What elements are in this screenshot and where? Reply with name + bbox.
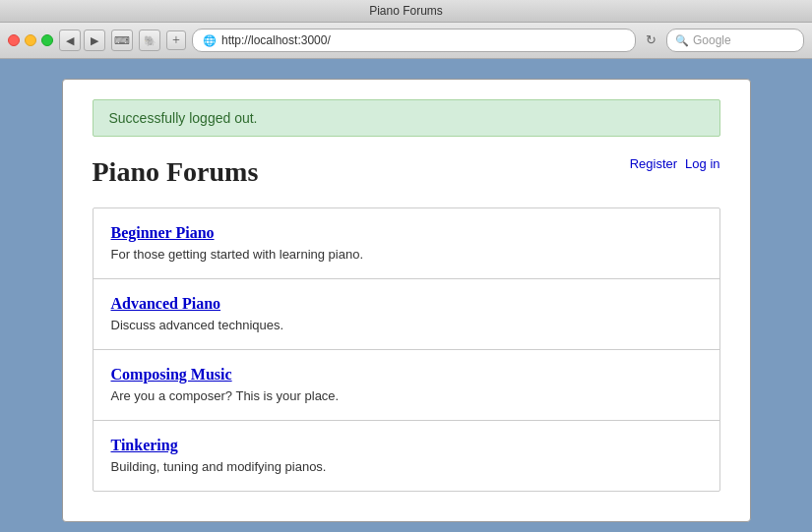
- add-tab-button[interactable]: +: [166, 30, 186, 50]
- forum-desc-tinkering: Building, tuning and modifying pianos.: [111, 459, 327, 474]
- url-icon: 🌐: [203, 34, 217, 47]
- auth-links: Register Log in: [630, 156, 720, 171]
- nav-buttons: ◀ ▶: [59, 30, 105, 51]
- forums-list: Beginner PianoFor those getting started …: [93, 207, 720, 492]
- search-icon: 🔍: [675, 34, 689, 47]
- list-item: TinkeringBuilding, tuning and modifying …: [94, 421, 719, 491]
- forum-desc-advanced-piano: Discuss advanced techniques.: [111, 318, 284, 332]
- url-bar[interactable]: 🌐 http://localhost:3000/: [192, 29, 636, 52]
- forum-link-beginner-piano[interactable]: Beginner Piano: [111, 224, 702, 242]
- forum-link-tinkering[interactable]: Tinkering: [111, 437, 702, 454]
- maximize-button[interactable]: [41, 34, 53, 46]
- list-item: Composing MusicAre you a composer? This …: [94, 350, 719, 421]
- forum-link-advanced-piano[interactable]: Advanced Piano: [111, 295, 702, 313]
- browser-chrome: ◀ ▶ ⌨ 🐘 + 🌐 http://localhost:3000/ ↻ 🔍 G…: [0, 23, 812, 59]
- evernote-icon: 🐘: [144, 35, 156, 46]
- keyboard-icon: ⌨: [114, 34, 130, 47]
- forum-desc-composing-music: Are you a composer? This is your place.: [111, 388, 340, 403]
- register-link[interactable]: Register: [630, 156, 677, 171]
- forward-button[interactable]: ▶: [84, 30, 105, 51]
- success-message: Successfully logged out.: [93, 99, 720, 137]
- list-item: Advanced PianoDiscuss advanced technique…: [94, 279, 719, 350]
- refresh-icon[interactable]: ↻: [646, 32, 656, 48]
- forum-link-composing-music[interactable]: Composing Music: [111, 366, 702, 384]
- minimize-button[interactable]: [25, 34, 36, 46]
- title-bar: Piano Forums: [0, 0, 812, 23]
- page-content: Successfully logged out. Piano Forums Re…: [0, 59, 812, 532]
- traffic-lights: [8, 34, 53, 46]
- page-container: Successfully logged out. Piano Forums Re…: [62, 79, 751, 522]
- search-bar[interactable]: 🔍 Google: [666, 29, 804, 52]
- forum-desc-beginner-piano: For those getting started with learning …: [111, 247, 364, 262]
- window-title: Piano Forums: [369, 4, 443, 18]
- success-text: Successfully logged out.: [109, 110, 258, 126]
- page-header: Piano Forums Register Log in: [93, 156, 720, 188]
- reload-button[interactable]: ⌨: [111, 30, 133, 51]
- close-button[interactable]: [8, 34, 20, 46]
- url-text: http://localhost:3000/: [221, 33, 331, 47]
- evernote-button[interactable]: 🐘: [139, 30, 160, 51]
- back-button[interactable]: ◀: [59, 30, 81, 51]
- login-link[interactable]: Log in: [685, 156, 719, 171]
- list-item: Beginner PianoFor those getting started …: [94, 208, 719, 279]
- search-placeholder: Google: [693, 33, 731, 47]
- page-title: Piano Forums: [93, 156, 259, 188]
